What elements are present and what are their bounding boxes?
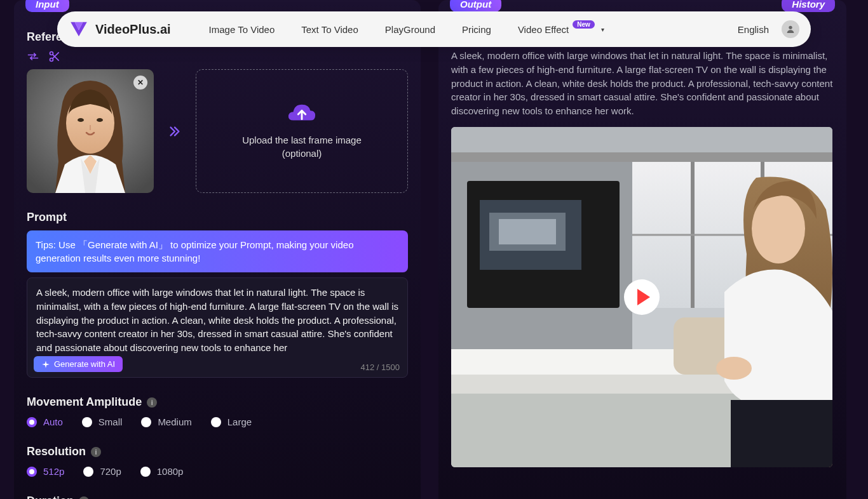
video-preview[interactable] xyxy=(451,127,832,467)
tips-banner: Tips: Use 「Generate with AI」 to optimize… xyxy=(27,230,408,272)
top-nav: VideoPlus.ai Image To Video Text To Vide… xyxy=(57,11,811,47)
svg-point-2 xyxy=(50,58,53,62)
svg-point-0 xyxy=(789,26,792,29)
prompt-value: A sleek, modern office with large window… xyxy=(36,286,398,354)
svg-rect-27 xyxy=(731,400,832,467)
nav-text-to-video[interactable]: Text To Video xyxy=(301,24,358,35)
language-selector[interactable]: English xyxy=(738,24,769,35)
arrow-separator xyxy=(165,124,184,138)
logo-icon xyxy=(69,19,89,39)
resolution-1080p[interactable]: 1080p xyxy=(140,466,184,477)
remove-thumbnail-button[interactable] xyxy=(133,76,147,90)
prompt-label: Prompt xyxy=(27,211,408,224)
movement-label: Movement Amplitudei xyxy=(27,396,408,409)
nav-pricing[interactable]: Pricing xyxy=(462,24,491,35)
reference-tools xyxy=(27,50,408,63)
last-frame-dropzone[interactable]: Upload the last frame image(optional) xyxy=(196,69,408,193)
cloud-upload-icon xyxy=(287,103,316,126)
double-chevron-right-icon xyxy=(168,124,182,138)
nav-image-to-video[interactable]: Image To Video xyxy=(209,24,275,35)
output-panel: Output History 2024-10-15 13:48:42 A sle… xyxy=(438,0,846,499)
movement-large[interactable]: Large xyxy=(211,416,252,427)
movement-auto[interactable]: Auto xyxy=(27,416,63,427)
movement-medium[interactable]: Medium xyxy=(141,416,191,427)
svg-point-25 xyxy=(752,194,805,263)
info-icon[interactable]: i xyxy=(79,496,89,500)
output-badge: Output xyxy=(450,0,501,12)
character-count: 412 / 1500 xyxy=(361,363,400,372)
movement-options: Auto Small Medium Large xyxy=(27,416,408,427)
generate-with-ai-button[interactable]: Generate with AI xyxy=(34,356,123,372)
svg-point-7 xyxy=(78,118,84,122)
resolution-options: 512p 720p 1080p xyxy=(27,466,408,477)
prompt-textarea[interactable]: A sleek, modern office with large window… xyxy=(27,277,408,378)
user-avatar[interactable] xyxy=(782,20,799,38)
duration-label: Durationi xyxy=(27,495,408,499)
input-panel: Input Refere xyxy=(14,0,421,499)
sparkle-icon xyxy=(41,360,50,369)
portrait-image xyxy=(27,69,154,193)
chevron-down-icon: ▾ xyxy=(601,26,604,33)
svg-rect-11 xyxy=(451,152,832,162)
history-badge[interactable]: History xyxy=(782,0,835,12)
input-badge: Input xyxy=(25,0,69,12)
info-icon[interactable]: i xyxy=(91,447,101,457)
dropzone-text: Upload the last frame image(optional) xyxy=(242,133,362,160)
nav-right: English xyxy=(738,20,799,38)
info-icon[interactable]: i xyxy=(147,397,157,408)
nav-video-effect-label: Video Effect xyxy=(518,24,569,35)
reference-thumbnail[interactable] xyxy=(27,69,154,193)
svg-rect-20 xyxy=(499,219,556,244)
new-badge: New xyxy=(573,20,595,29)
output-description: A sleek, modern office with large window… xyxy=(451,49,834,118)
scissors-icon[interactable] xyxy=(48,50,61,63)
svg-point-8 xyxy=(97,118,103,122)
brand-logo[interactable]: VideoPlus.ai xyxy=(69,19,171,39)
nav-video-effect[interactable]: Video Effect New ▾ xyxy=(518,24,604,35)
resolution-512p[interactable]: 512p xyxy=(27,466,64,477)
resolution-label: Resolutioni xyxy=(27,445,408,458)
nav-playground[interactable]: PlayGround xyxy=(385,24,435,35)
svg-point-1 xyxy=(50,52,53,55)
movement-small[interactable]: Small xyxy=(82,416,123,427)
person-icon xyxy=(785,24,796,34)
svg-rect-22 xyxy=(451,375,750,394)
resolution-720p[interactable]: 720p xyxy=(83,466,121,477)
nav-items: Image To Video Text To Video PlayGround … xyxy=(209,24,738,35)
play-button[interactable] xyxy=(624,279,660,315)
swap-icon[interactable] xyxy=(27,50,39,63)
brand-name: VideoPlus.ai xyxy=(95,22,171,37)
reference-image-row: Upload the last frame image(optional) xyxy=(27,69,408,193)
svg-point-26 xyxy=(716,357,752,380)
